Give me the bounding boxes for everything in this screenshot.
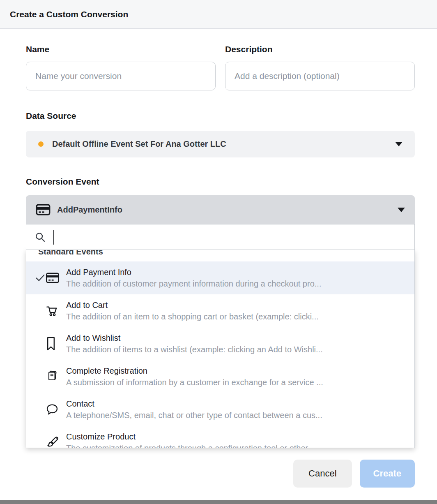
option-description: The addition of items to a wishlist (exa… [66,344,400,355]
description-input[interactable] [225,62,415,90]
option-description: The customization of products through a … [66,442,400,448]
text-cursor [53,230,54,245]
event-dropdown-panel: Standard Events Add Payment Info The add… [26,250,415,448]
option-title: Customize Product [66,431,400,442]
chevron-down-icon [398,208,405,212]
footer-buttons: Cancel Create [293,460,415,488]
option-title: Add Payment Info [66,266,400,278]
option-title: Add to Wishlist [66,332,400,344]
option-title: Complete Registration [66,365,400,377]
data-source-select[interactable]: Default Offline Event Set For Ana Gotter… [26,131,415,157]
credit-card-icon [36,203,51,216]
group-header-standard-events: Standard Events [38,250,414,257]
option-customize-product[interactable]: Customize Product The customization of p… [26,426,414,448]
name-label: Name [26,44,216,54]
dialog-title: Create a Custom Conversion [10,9,128,19]
name-description-row: Name Description [26,44,415,90]
create-custom-conversion-dialog: { "dialog": { "title": "Create a Custom … [0,0,437,504]
option-title: Add to Cart [66,299,400,311]
name-input[interactable] [26,62,216,90]
shopping-cart-icon [46,304,66,317]
option-add-payment-info[interactable]: Add Payment Info The addition of custome… [26,261,414,294]
conversion-event-value: AddPaymentInfo [57,205,122,215]
chevron-down-icon [395,142,402,146]
page-bottom-bar [0,500,437,504]
cancel-button[interactable]: Cancel [293,460,352,488]
data-source-status-dot [38,141,44,147]
create-button[interactable]: Create [360,460,415,488]
option-description: A submission of information by a custome… [66,377,400,388]
dialog-header: Create a Custom Conversion [0,0,437,29]
data-source-value: Default Offline Event Set For Ana Gotter… [52,139,226,149]
paintbrush-icon [46,435,66,448]
event-options-list: Add Payment Info The addition of custome… [26,261,414,448]
conversion-event-select[interactable]: AddPaymentInfo [26,195,415,224]
bookmark-icon [46,337,66,351]
data-source-label: Data Source [26,111,76,121]
option-description: The addition of customer payment informa… [66,278,400,289]
checkmark-icon [26,273,46,283]
option-description: A telephone/SMS, email, chat or other ty… [66,409,400,421]
option-description: The addition of an item to a shopping ca… [66,311,400,322]
credit-card-icon [46,272,66,284]
footer-divider [26,452,415,452]
description-field-group: Description [225,44,415,90]
event-search-input[interactable] [55,232,406,242]
chat-bubble-icon [46,403,66,416]
option-complete-registration[interactable]: Complete Registration A submission of in… [26,360,414,393]
name-field-group: Name [26,44,216,90]
description-label: Description [225,44,415,54]
conversion-event-label: Conversion Event [26,177,99,187]
option-add-to-wishlist[interactable]: Add to Wishlist The addition of items to… [26,327,414,360]
option-contact[interactable]: Contact A telephone/SMS, email, chat or … [26,393,414,426]
option-add-to-cart[interactable]: Add to Cart The addition of an item to a… [26,294,414,327]
search-icon [34,231,46,243]
registration-form-icon [46,370,66,383]
event-search-box [26,224,415,250]
option-title: Contact [66,398,400,409]
